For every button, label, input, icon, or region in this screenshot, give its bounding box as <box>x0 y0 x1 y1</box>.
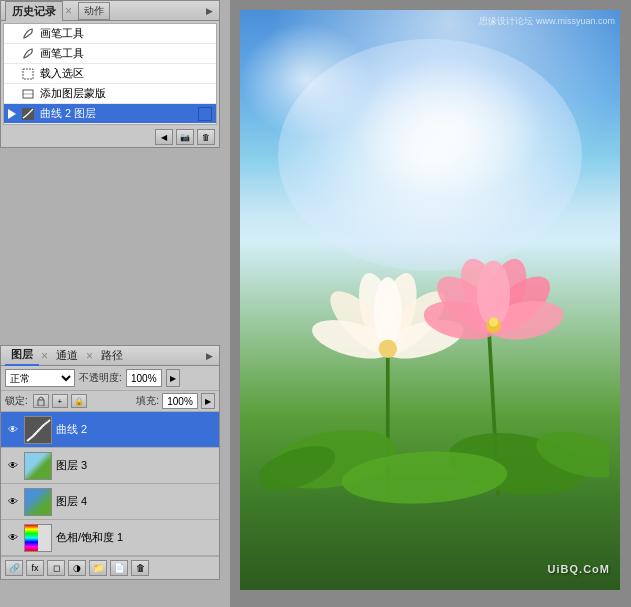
layer-visibility-icon[interactable]: 👁 <box>5 494 21 510</box>
history-delete-button[interactable]: 🗑 <box>197 129 215 145</box>
svg-marker-3 <box>8 109 16 119</box>
tab-paths[interactable]: 路径 <box>95 346 129 365</box>
layer-item-3[interactable]: 👁 图层 3 <box>1 448 219 484</box>
history-item-label: 画笔工具 <box>40 46 84 61</box>
canvas-area: 思缘设计论坛 www.missyuan.com UiBQ.CoM <box>230 0 631 607</box>
flowers <box>259 155 609 561</box>
lock-position-button[interactable]: + <box>52 394 68 408</box>
curve-icon <box>20 107 36 121</box>
layer-visibility-icon[interactable]: 👁 <box>5 458 21 474</box>
layers-tabs-header: 图层 × 通道 × 路径 ▶ <box>1 346 219 366</box>
play-icon <box>8 109 18 119</box>
layer-visibility-icon[interactable]: 👁 <box>5 422 21 438</box>
fill-label: 填充: <box>136 394 159 408</box>
layers-list: 👁 曲线 2 👁 图层 3 👁 <box>1 412 219 556</box>
history-item-label: 载入选区 <box>40 66 84 81</box>
opacity-label: 不透明度: <box>79 371 122 385</box>
action-button[interactable]: 动作 <box>78 2 110 20</box>
link-layers-button[interactable]: 🔗 <box>5 560 23 576</box>
panel-divider: × <box>65 4 72 18</box>
blend-mode-select[interactable]: 正常 <box>5 369 75 387</box>
layer-img-thumb <box>25 489 51 515</box>
history-item[interactable]: 载入选区 <box>4 64 216 84</box>
brush-icon <box>20 47 36 61</box>
canvas-image: 思缘设计论坛 www.missyuan.com UiBQ.CoM <box>240 10 620 590</box>
fill-input[interactable] <box>162 393 198 409</box>
lock-pixels-button[interactable] <box>33 394 49 408</box>
brush-icon <box>20 27 36 41</box>
layer-thumbnail-4 <box>24 488 52 516</box>
history-panel-header: 历史记录 × 动作 ▶ <box>1 1 219 21</box>
layer-name: 色相/饱和度 1 <box>56 530 215 545</box>
svg-point-26 <box>489 318 498 327</box>
history-panel: 历史记录 × 动作 ▶ 画笔工具 画笔工具 载入选区 <box>0 0 220 148</box>
tab-layers[interactable]: 图层 <box>5 345 39 366</box>
layer-mask-thumb <box>38 525 51 551</box>
layer-name: 图层 3 <box>56 458 215 473</box>
mask-icon <box>20 87 36 101</box>
lock-label: 锁定: <box>5 394 28 408</box>
close-icon[interactable]: ▶ <box>203 5 215 17</box>
opacity-arrow[interactable]: ▶ <box>166 369 180 387</box>
layer-name: 图层 4 <box>56 494 215 509</box>
layer-thumbnail-3 <box>24 452 52 480</box>
fill-arrow[interactable]: ▶ <box>201 393 215 409</box>
create-adjustment-button[interactable]: ◑ <box>68 560 86 576</box>
play-icon <box>8 49 18 59</box>
layers-controls: 正常 不透明度: ▶ <box>1 366 219 391</box>
tab-channels[interactable]: 通道 <box>50 346 84 365</box>
history-list: 画笔工具 画笔工具 载入选区 添加图层蒙版 <box>3 23 217 125</box>
tab-divider: × <box>86 349 93 363</box>
history-item-active[interactable]: 曲线 2 图层 <box>4 104 216 124</box>
layers-panel-close[interactable]: ▶ <box>203 350 215 362</box>
layers-lock-row: 锁定: + 🔒 填充: ▶ <box>1 391 219 412</box>
history-item-label: 添加图层蒙版 <box>40 86 106 101</box>
layers-footer: 🔗 fx ◻ ◑ 📁 📄 🗑 <box>1 556 219 579</box>
svg-rect-5 <box>38 400 44 406</box>
layer-img-thumb <box>25 453 51 479</box>
layer-thumbnail-hue <box>24 524 52 552</box>
tab-divider: × <box>41 349 48 363</box>
cloud-left <box>240 22 373 138</box>
create-layer-button[interactable]: 📄 <box>110 560 128 576</box>
select-icon <box>20 67 36 81</box>
add-style-button[interactable]: fx <box>26 560 44 576</box>
watermark-bottom: UiBQ.CoM <box>548 563 610 575</box>
play-icon <box>8 89 18 99</box>
layer-item-hue[interactable]: 👁 色相/饱和度 1 <box>1 520 219 556</box>
history-item[interactable]: 画笔工具 <box>4 44 216 64</box>
play-icon <box>8 29 18 39</box>
history-item-label: 画笔工具 <box>40 26 84 41</box>
opacity-input[interactable] <box>126 369 162 387</box>
history-back-button[interactable]: ◀ <box>155 129 173 145</box>
watermark-top: 思缘设计论坛 www.missyuan.com <box>479 15 615 28</box>
svg-rect-0 <box>23 69 33 79</box>
history-item[interactable]: 画笔工具 <box>4 24 216 44</box>
history-tab[interactable]: 历史记录 <box>5 1 63 21</box>
create-group-button[interactable]: 📁 <box>89 560 107 576</box>
lock-all-button[interactable]: 🔒 <box>71 394 87 408</box>
layer-name: 曲线 2 <box>56 422 215 437</box>
layer-item-4[interactable]: 👁 图层 4 <box>1 484 219 520</box>
add-mask-button[interactable]: ◻ <box>47 560 65 576</box>
layers-panel: 图层 × 通道 × 路径 ▶ 正常 不透明度: ▶ 锁定: + 🔒 填充: ▶ … <box>0 345 220 580</box>
hue-thumb <box>25 525 38 551</box>
history-item[interactable]: 添加图层蒙版 <box>4 84 216 104</box>
layer-thumbnail-curve <box>24 416 52 444</box>
history-item-label: 曲线 2 图层 <box>40 106 96 121</box>
delete-layer-button[interactable]: 🗑 <box>131 560 149 576</box>
history-snapshot-button[interactable]: 📷 <box>176 129 194 145</box>
layer-item-curve2[interactable]: 👁 曲线 2 <box>1 412 219 448</box>
layer-visibility-icon[interactable]: 👁 <box>5 530 21 546</box>
history-panel-footer: ◀ 📷 🗑 <box>1 127 219 147</box>
svg-point-17 <box>379 340 397 358</box>
svg-point-24 <box>477 260 510 326</box>
active-indicator <box>198 107 212 121</box>
svg-point-16 <box>374 277 402 347</box>
play-icon <box>8 69 18 79</box>
